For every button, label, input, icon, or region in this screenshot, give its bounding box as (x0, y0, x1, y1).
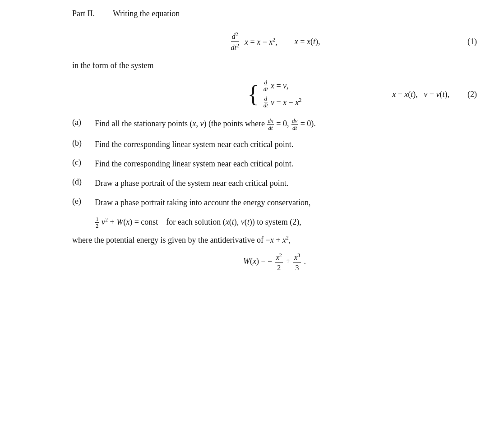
eq2-number: (2) (467, 89, 477, 99)
list-item-a: (a) Find all the stationary points (x, v… (72, 118, 477, 131)
eq1-lhs: x = x − x2, (245, 37, 277, 47)
left-brace: { (248, 83, 259, 106)
item-label-e: (e) (72, 197, 95, 206)
item-text-c: Find the corresponding linear system nea… (95, 158, 293, 170)
eq2-rhs: x = x(t), v = v(t), (392, 89, 449, 99)
list-item-c: (c) Find the corresponding linear system… (72, 158, 477, 170)
eq1-rhs: x = x(t), (295, 37, 320, 46)
list-item-e: (e) Draw a phase portrait taking into ac… (72, 197, 477, 209)
item-label-a: (a) (72, 118, 95, 127)
intro-text: in the form of the system (72, 61, 477, 70)
frac-d2-dt2: d2 dt2 (230, 31, 240, 52)
wx-equation: W(x) = − x2 2 + x3 3 . (72, 252, 477, 272)
list-item-d: (d) Draw a phase portrait of the system … (72, 177, 477, 189)
page-content: Part II. Writing the equation d2 dt2 x =… (72, 9, 477, 272)
item-label-d: (d) (72, 177, 95, 187)
item-label-c: (c) (72, 158, 95, 167)
equation-2: { d dt x = v, d dt v = x − x2 x = x(t), … (72, 79, 477, 109)
list-item-b: (b) Find the corresponding linear system… (72, 138, 477, 151)
part-title: Writing the equation (113, 9, 180, 18)
part-header: Part II. Writing the equation (72, 9, 477, 18)
item-label-b: (b) (72, 138, 95, 148)
equation-1: d2 dt2 x = x − x2, x = x(t), (1) (72, 31, 477, 52)
item-text-a: Find all the stationary points (x, v) (t… (95, 118, 316, 131)
system-equations: d dt x = v, d dt v = x − x2 (263, 79, 301, 109)
system-eq-1: d dt x = v, (263, 79, 301, 93)
system-right-info: x = x(t), v = v(t), (2) (374, 89, 477, 99)
where-text: where the potential energy is given by t… (72, 235, 477, 245)
energy-equation: 1 2 v2 + W(x) = const for each solution … (95, 216, 477, 230)
item-text-d: Draw a phase portrait of the system near… (95, 177, 288, 189)
system-eq-2: d dt v = x − x2 (263, 96, 301, 109)
item-text-b: Find the corresponding linear system nea… (95, 138, 293, 151)
part-label: Part II. (72, 9, 95, 18)
items-list: (a) Find all the stationary points (x, v… (72, 118, 477, 209)
eq1-number: (1) (467, 37, 477, 46)
item-text-e: Draw a phase portrait taking into accoun… (95, 197, 311, 209)
